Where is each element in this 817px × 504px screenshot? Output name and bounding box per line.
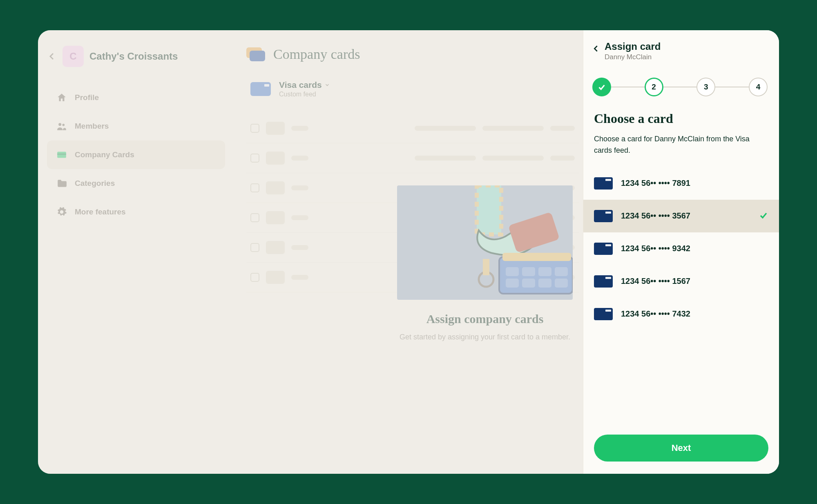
workspace-header[interactable]: C Cathy's Croissants [47,46,225,67]
list-item [246,114,579,143]
step-1 [592,78,611,96]
check-icon [759,210,768,222]
next-button[interactable]: Next [594,435,768,462]
svg-rect-4 [477,185,501,234]
step-2: 2 [645,78,663,96]
visa-card-icon [250,82,271,96]
sidebar-item-categories[interactable]: Categories [47,169,225,198]
visa-card-icon [594,275,613,288]
sidebar-item-label: More features [75,207,126,216]
workspace-name: Cathy's Croissants [89,51,178,62]
card-option[interactable]: 1234 56•• •••• 7432 [583,298,779,330]
sidebar-item-label: Company Cards [75,150,134,159]
card-option[interactable]: 1234 56•• •••• 1567 [583,265,779,298]
svg-rect-8 [502,253,571,261]
empty-state-promo: Assign company cards Get started by assi… [387,185,583,343]
sidebar-item-profile[interactable]: Profile [47,83,225,112]
svg-rect-15 [538,279,551,288]
feed-subtitle: Custom feed [279,91,330,98]
chevron-left-icon[interactable] [47,51,57,61]
app-window: C Cathy's Croissants ProfileMembersCompa… [38,30,779,474]
people-icon [56,120,67,132]
sidebar-item-label: Members [75,122,109,131]
page-header: Company cards [234,47,583,62]
sidebar-item-members[interactable]: Members [47,112,225,140]
workspace-avatar-letter: C [69,51,76,62]
assign-card-panel: Assign card Danny McClain 234 Choose a c… [583,30,779,474]
folder-icon [56,178,67,189]
card-icon [56,149,67,161]
feed-name: Visa cards [279,80,322,90]
card-number: 1234 56•• •••• 1567 [621,277,768,286]
workspace-avatar: C [63,46,84,67]
chevron-down-icon [324,82,330,88]
visa-card-icon [594,308,613,320]
svg-rect-10 [522,267,535,276]
check-icon [597,83,606,91]
feed-selector[interactable]: Visa cards Custom feed [234,80,583,98]
card-option[interactable]: 1234 56•• •••• 9342 [583,232,779,265]
promo-illustration [397,185,573,300]
company-cards-icon [246,47,266,61]
panel-back-button[interactable] [590,42,602,55]
svg-rect-9 [506,267,519,276]
list-item [246,143,579,173]
chevron-left-icon [592,44,600,53]
svg-rect-16 [555,279,568,288]
svg-rect-18 [483,259,489,275]
visa-card-icon [594,177,613,190]
step-4: 4 [749,78,768,96]
sidebar: C Cathy's Croissants ProfileMembersCompa… [38,30,234,474]
stepper: 234 [592,78,768,96]
svg-rect-3 [57,154,66,155]
visa-card-icon [594,210,613,222]
choose-card-description: Choose a card for Danny McClain from the… [594,134,768,156]
svg-point-0 [58,123,61,126]
promo-title: Assign company cards [387,312,583,326]
svg-rect-14 [522,279,535,288]
card-number: 1234 56•• •••• 7891 [621,178,768,188]
svg-rect-12 [555,267,568,276]
sidebar-nav: ProfileMembersCompany CardsCategoriesMor… [47,83,225,226]
page-title: Company cards [273,47,360,62]
svg-rect-6 [508,212,560,253]
card-option[interactable]: 1234 56•• •••• 7891 [583,167,779,200]
sidebar-item-more[interactable]: More features [47,198,225,226]
panel-subtitle: Danny McClain [605,53,661,61]
panel-title: Assign card [605,41,661,52]
card-option[interactable]: 1234 56•• •••• 3567 [583,200,779,232]
card-number: 1234 56•• •••• 7432 [621,309,768,319]
home-icon [56,92,67,103]
main-area: Company cards Visa cards Custom feed [234,30,583,474]
visa-card-icon [594,243,613,255]
choose-card-heading: Choose a card [594,111,768,126]
sidebar-item-company-cards[interactable]: Company Cards [47,140,225,169]
gear-icon [56,206,67,218]
svg-point-1 [63,124,65,126]
step-3: 3 [696,78,715,96]
sidebar-item-label: Profile [75,93,99,102]
promo-text: Get started by assigning your first card… [387,332,583,343]
card-options-list: 1234 56•• •••• 78911234 56•• •••• 356712… [583,167,779,330]
card-number: 1234 56•• •••• 3567 [621,211,750,221]
svg-rect-13 [506,279,519,288]
card-number: 1234 56•• •••• 9342 [621,244,768,253]
sidebar-item-label: Categories [75,179,115,188]
svg-rect-11 [538,267,551,276]
